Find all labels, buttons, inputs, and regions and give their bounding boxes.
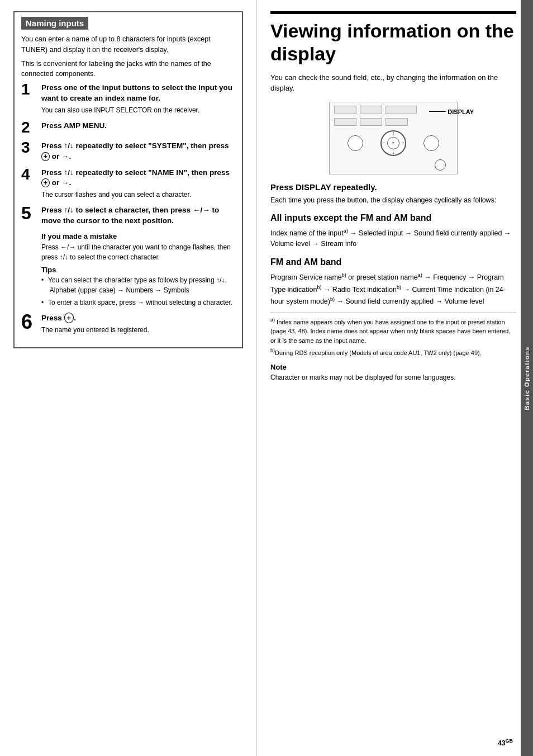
disp-cell-3 xyxy=(334,118,356,126)
naming-intro-1: You can enter a name of up to 8 characte… xyxy=(21,34,235,55)
step-4: 4 Press ↑/↓ repeatedly to select "NAME I… xyxy=(21,168,235,200)
disp-cell-4 xyxy=(360,118,382,126)
step-4-content: Press ↑/↓ repeatedly to select "NAME IN"… xyxy=(41,168,235,200)
disp-cell-wide-1 xyxy=(386,106,417,114)
step-6-number: 6 xyxy=(21,312,41,332)
disp-cell-1 xyxy=(334,106,356,114)
mistake-section: If you made a mistake Press ←/→ until th… xyxy=(41,232,235,262)
mistake-head: If you made a mistake xyxy=(41,232,235,240)
step-6-title: Press +. xyxy=(41,313,235,324)
step-5-content: Press ↑/↓ to select a character, then pr… xyxy=(41,205,235,226)
step-3-content: Press ↑/↓ repeatedly to select "SYSTEM",… xyxy=(41,141,235,162)
naming-inputs-section: Naming inputs You can enter a name of up… xyxy=(13,11,243,348)
right-intro: You can check the sound field, etc., by … xyxy=(270,72,516,94)
step-6-sub: The name you entered is registered. xyxy=(41,325,235,335)
disp-inner: + xyxy=(387,137,399,149)
sidebar-label: Basic Operations xyxy=(524,346,530,410)
tip-2: To enter a blank space, press → without … xyxy=(41,297,235,308)
step-3-title: Press ↑/↓ repeatedly to select "SYSTEM",… xyxy=(41,141,235,162)
disp-circle-center: ↑ ← + → ↓ xyxy=(380,130,406,156)
tips-list: You can select the character type as fol… xyxy=(41,275,235,308)
page-number: 43GB xyxy=(498,738,513,747)
step-5: 5 Press ↑/↓ to select a character, then … xyxy=(21,205,235,226)
step-1-sub: You can also use INPUT SELECTOR on the r… xyxy=(41,105,235,115)
fm-am-heading: FM and AM band xyxy=(270,257,516,268)
footnotes: a) Index name appears only when you have… xyxy=(270,313,516,357)
footnote-a: a) Index name appears only when you have… xyxy=(270,316,516,345)
step-1: 1 Press one of the input buttons to sele… xyxy=(21,83,235,115)
disp-circle-left xyxy=(348,135,363,151)
note-title: Note xyxy=(270,363,516,371)
page-title: Viewing information on the display xyxy=(270,11,516,65)
left-column: Naming inputs You can enter a name of up… xyxy=(0,0,257,756)
step-4-sub: The cursor flashes and you can select a … xyxy=(41,190,235,200)
step-1-title: Press one of the input buttons to select… xyxy=(41,83,235,104)
naming-inputs-title: Naming inputs xyxy=(21,17,88,30)
step-6: 6 Press +. The name you entered is regis… xyxy=(21,313,235,335)
press-display-text: Each time you press the button, the disp… xyxy=(270,195,516,206)
disp-small-circle xyxy=(435,159,446,171)
step-5-title: Press ↑/↓ to select a character, then pr… xyxy=(41,205,235,226)
step-1-number: 1 xyxy=(21,82,41,97)
disp-cell-2 xyxy=(360,106,382,114)
display-label: DISPLAY xyxy=(429,108,474,115)
step-4-title: Press ↑/↓ repeatedly to select "NAME IN"… xyxy=(41,168,235,189)
all-inputs-heading: All inputs except the FM and AM band xyxy=(270,212,516,224)
step-6-content: Press +. The name you entered is registe… xyxy=(41,313,235,335)
tips-section: Tips You can select the character type a… xyxy=(41,266,235,308)
fm-am-text: Program Service nameb) or preset station… xyxy=(270,271,516,306)
disp-circle-right xyxy=(423,135,439,151)
disp-row-2 xyxy=(330,115,457,127)
tips-title: Tips xyxy=(41,266,235,274)
tip-1: You can select the character type as fol… xyxy=(41,275,235,295)
step-2-content: Press AMP MENU. xyxy=(41,121,235,131)
note-text: Character or marks may not be displayed … xyxy=(270,372,516,382)
step-3-number: 3 xyxy=(21,140,41,155)
note-section: Note Character or marks may not be displ… xyxy=(270,363,516,382)
naming-intro-2: This is convenient for labeling the jack… xyxy=(21,59,235,80)
mistake-text: Press ←/→ until the character you want t… xyxy=(41,242,235,262)
disp-cell-5 xyxy=(386,118,408,126)
step-2-number: 2 xyxy=(21,120,41,135)
page: Naming inputs You can enter a name of up… xyxy=(0,0,533,756)
step-3: 3 Press ↑/↓ repeatedly to select "SYSTEM… xyxy=(21,141,235,162)
press-display-heading: Press DISPLAY repeatedly. xyxy=(270,182,516,192)
disp-controls: ↑ ← + → ↓ xyxy=(330,127,457,159)
footnote-b: b)During RDS reception only (Models of a… xyxy=(270,347,516,357)
step-2: 2 Press AMP MENU. xyxy=(21,121,235,135)
step-2-title: Press AMP MENU. xyxy=(41,121,235,131)
sidebar-label-container: Basic Operations xyxy=(521,0,533,756)
right-column: Viewing information on the display You c… xyxy=(257,0,533,756)
step-4-number: 4 xyxy=(21,167,41,182)
all-inputs-text: Index name of the inputa) → Selected inp… xyxy=(270,228,516,250)
step-5-number: 5 xyxy=(21,204,41,222)
step-1-content: Press one of the input buttons to select… xyxy=(41,83,235,115)
